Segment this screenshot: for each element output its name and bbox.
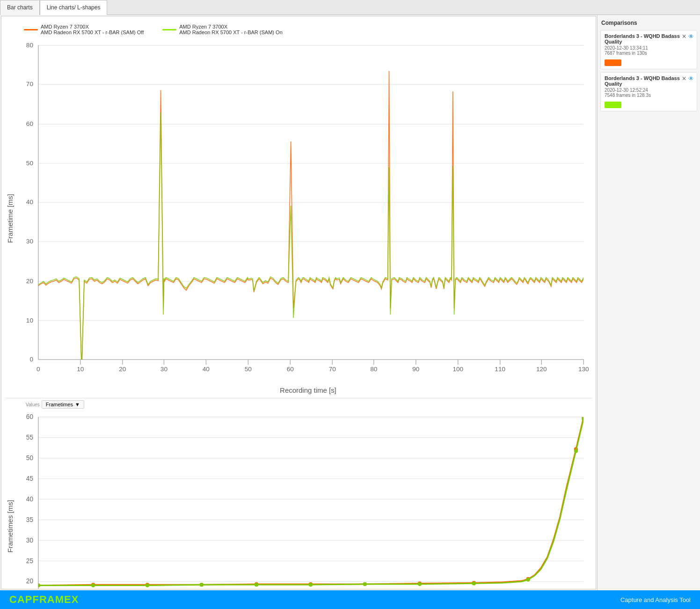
legend-text-sam-on: AMD Ryzen 7 3700X AMD Radeon RX 5700 XT … <box>179 24 282 35</box>
comparison-item-1: ✕ 👁 Borderlands 3 - WQHD Badass Quality … <box>600 30 697 69</box>
values-dropdown-button[interactable]: Frametimes ▼ <box>42 400 84 409</box>
svg-rect-50 <box>38 417 583 589</box>
svg-text:60: 60 <box>287 366 294 373</box>
comparison-item-1-title: Borderlands 3 - WQHD Badass Quality <box>605 33 693 44</box>
comparison-item-1-date: 2020-12-30 13:34:11 <box>605 45 693 51</box>
svg-text:50: 50 <box>26 160 34 167</box>
sidebar-title: Comparisons <box>600 18 697 30</box>
svg-text:110: 110 <box>495 366 505 373</box>
tab-line-charts[interactable]: Line charts/ L-shapes <box>40 0 108 15</box>
svg-text:70: 70 <box>329 366 336 373</box>
app-tagline: Capture and Analysis Tool <box>620 596 691 603</box>
svg-text:20: 20 <box>119 366 126 373</box>
legend: AMD Ryzen 7 3700X AMD Radeon RX 5700 XT … <box>5 20 592 39</box>
comparison-item-2-close-button[interactable]: ✕ <box>682 76 686 81</box>
svg-text:Recording time [s]: Recording time [s] <box>280 386 336 394</box>
legend-item-sam-on: AMD Ryzen 7 3700X AMD Radeon RX 5700 XT … <box>162 24 282 35</box>
values-label: Values <box>26 402 40 407</box>
svg-text:100: 100 <box>452 366 463 373</box>
comparison-item-1-eye-button[interactable]: 👁 <box>688 33 694 40</box>
svg-text:130: 130 <box>578 366 589 373</box>
bottom-bar: CAPFRAMEX Capture and Analysis Tool <box>0 590 700 609</box>
svg-text:80: 80 <box>370 366 378 373</box>
legend-item-sam-off: AMD Ryzen 7 3700X AMD Radeon RX 5700 XT … <box>24 24 144 35</box>
svg-text:Frametime [ms]: Frametime [ms] <box>6 194 14 243</box>
values-dropdown-container: Values Frametimes ▼ <box>24 399 592 410</box>
app-logo: CAPFRAMEX <box>9 594 79 606</box>
tab-bar: Bar charts Line charts/ L-shapes <box>0 0 700 15</box>
comparison-item-2-date: 2020-12-30 12:52:24 <box>605 88 693 93</box>
svg-text:45: 45 <box>26 475 34 482</box>
svg-text:40: 40 <box>26 496 34 503</box>
comparison-item-2-actions: ✕ 👁 <box>682 75 694 82</box>
svg-text:35: 35 <box>26 516 34 523</box>
svg-point-121 <box>582 417 585 421</box>
svg-point-119 <box>526 578 530 581</box>
svg-text:20: 20 <box>26 278 34 285</box>
comparison-item-1-close-button[interactable]: ✕ <box>682 34 686 39</box>
comparison-item-2-title: Borderlands 3 - WQHD Badass Quality <box>605 75 693 87</box>
svg-point-115 <box>309 583 313 587</box>
legend-text-sam-off: AMD Ryzen 7 3700X AMD Radeon RX 5700 XT … <box>41 24 144 35</box>
svg-text:60: 60 <box>26 413 34 420</box>
lower-chart: Frametimes [ms] Percentiles (%) 10 15 20… <box>5 411 592 589</box>
svg-text:25: 25 <box>26 558 34 565</box>
svg-point-113 <box>200 583 204 587</box>
svg-text:0: 0 <box>29 356 33 363</box>
svg-point-114 <box>255 583 258 587</box>
svg-point-110 <box>36 584 40 587</box>
lower-chart-svg: Frametimes [ms] Percentiles (%) 10 15 20… <box>5 411 592 589</box>
comparison-item-1-frames: 7687 frames in 130s <box>605 51 693 56</box>
svg-text:80: 80 <box>26 42 34 49</box>
svg-text:40: 40 <box>26 198 34 205</box>
sidebar: Comparisons ✕ 👁 Borderlands 3 - WQHD Bad… <box>597 15 700 590</box>
comparison-item-2: ✕ 👁 Borderlands 3 - WQHD Badass Quality … <box>600 72 697 111</box>
main-content: AMD Ryzen 7 3700X AMD Radeon RX 5700 XT … <box>0 15 700 590</box>
upper-chart-svg: Frametime [ms] Recording time [s] 0 10 2… <box>5 39 592 398</box>
svg-text:10: 10 <box>77 366 84 373</box>
svg-point-117 <box>418 582 422 586</box>
legend-color-sam-on <box>162 29 176 30</box>
svg-text:Frametimes [ms]: Frametimes [ms] <box>6 500 14 552</box>
svg-text:70: 70 <box>26 81 34 88</box>
svg-point-112 <box>146 584 149 587</box>
svg-text:0: 0 <box>36 366 40 373</box>
svg-text:30: 30 <box>26 238 34 245</box>
comparison-item-2-frames: 7548 frames in 128.3s <box>605 93 693 98</box>
svg-text:55: 55 <box>26 434 34 441</box>
upper-chart: Frametime [ms] Recording time [s] 0 10 2… <box>5 39 592 398</box>
charts-area: AMD Ryzen 7 3700X AMD Radeon RX 5700 XT … <box>1 16 596 589</box>
svg-text:120: 120 <box>536 366 547 373</box>
svg-text:90: 90 <box>412 366 420 373</box>
comparison-item-1-actions: ✕ 👁 <box>682 33 694 40</box>
svg-text:40: 40 <box>203 366 210 373</box>
svg-point-118 <box>472 582 476 586</box>
chevron-down-icon: ▼ <box>75 402 80 407</box>
svg-text:30: 30 <box>160 366 168 373</box>
svg-point-116 <box>363 582 367 586</box>
tab-bar-charts[interactable]: Bar charts <box>0 0 40 15</box>
comparison-item-2-color-bar <box>605 102 621 108</box>
svg-text:30: 30 <box>26 537 34 544</box>
comparison-item-1-color-bar <box>605 59 621 66</box>
legend-color-sam-off <box>24 29 38 30</box>
svg-point-120 <box>574 449 578 453</box>
svg-text:50: 50 <box>245 366 252 373</box>
svg-text:20: 20 <box>26 578 34 585</box>
svg-text:60: 60 <box>26 120 34 127</box>
svg-text:10: 10 <box>26 317 34 324</box>
svg-text:50: 50 <box>26 455 34 462</box>
svg-point-111 <box>91 584 95 587</box>
comparison-item-2-eye-button[interactable]: 👁 <box>688 75 694 82</box>
